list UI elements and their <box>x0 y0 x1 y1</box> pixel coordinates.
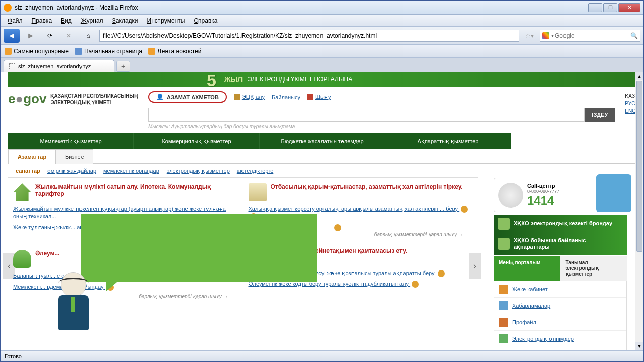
tab-citizens[interactable]: Азаматтар <box>8 149 56 164</box>
subtab-eservices[interactable]: электрондық қызметтер <box>167 168 230 174</box>
subtab-categories[interactable]: санаттар <box>16 168 40 174</box>
subtabs: санаттар өмірлік жағдайлар мемлекеттік о… <box>8 164 478 178</box>
banner-text: ЭЛЕКТРОНДЫ ҮКІМЕТ ПОРТАЛЫНА <box>248 76 352 83</box>
egov-banner: 5 ЖЫЛ ЭЛЕКТРОНДЫ ҮКІМЕТ ПОРТАЛЫНА <box>8 72 636 87</box>
page-icon <box>75 48 82 55</box>
audience-tabs: Азаматтар Бизнес <box>8 149 636 164</box>
menu-bookmarks[interactable]: Закладки <box>108 16 142 26</box>
card-title: Отбасылық қарым-қатынастар, азаматтық ха… <box>271 183 463 190</box>
menu-edit[interactable]: Правка <box>28 16 56 26</box>
user-icon: 👤 <box>156 94 164 100</box>
people-icon <box>13 250 31 268</box>
card-title: Жылжымайтын мүлікті сатып алу. Ипотека. … <box>35 183 233 197</box>
logo-mark: e●gov <box>8 91 46 107</box>
view-all-link[interactable]: барлық қызметтерді қарап шығу → <box>13 294 233 299</box>
stop-button[interactable]: ✕ <box>61 29 77 43</box>
rss-icon <box>148 48 155 55</box>
link-eds[interactable]: ЭЦҚ алу <box>234 94 265 100</box>
logo-subtitle: ҚАЗАҚСТАН РЕСПУБЛИКАСЫНЫҢ ЭЛЕКТРОНДЫҚ ҮК… <box>50 93 138 106</box>
badge-icon <box>461 206 468 213</box>
scroll-up-button[interactable]: ▲ <box>635 72 643 80</box>
search-row: ІЗДЕУ <box>148 108 615 122</box>
search-hint: Мысалы: Ауыртпалықтардың бар болуы турал… <box>148 124 615 129</box>
subtab-gov[interactable]: мемлекеттік органдар <box>103 168 159 174</box>
back-button[interactable]: ◄ <box>4 29 20 43</box>
minimize-button[interactable]: — <box>588 3 602 12</box>
banner-five-logo: 5 <box>207 72 227 96</box>
tab-business[interactable]: Бизнес <box>56 149 93 164</box>
headset-icon <box>58 278 89 288</box>
nav-payments[interactable]: Бюджетке жасалатын төлемдер <box>260 133 385 149</box>
sidebar-item-history[interactable]: Қызметтер алу тарихы <box>494 347 626 350</box>
lang-rus[interactable]: РУС <box>625 101 636 106</box>
callcenter-widget[interactable]: Call-центр 8-800-080-7777 1414 <box>494 178 627 212</box>
assistant-avatar <box>51 272 96 337</box>
search-go-icon[interactable]: 🔍 <box>630 32 638 39</box>
browser-window: siz_zhuyemen_avtorlandynyz - Mozilla Fir… <box>0 0 644 362</box>
folder-icon <box>5 48 12 55</box>
contact-icon <box>498 238 510 250</box>
lang-eng[interactable]: ENG <box>625 108 636 114</box>
sidebar-item-profile[interactable]: Профайл <box>494 314 626 331</box>
sidebar-item-requests[interactable]: Электрондық өтінімдер <box>494 331 626 347</box>
link-logout[interactable]: Шығу <box>307 94 331 100</box>
tie-icon <box>71 297 75 312</box>
link-contact[interactable]: Байланысу <box>272 94 300 100</box>
vertical-scrollbar[interactable]: ▲ ▼ <box>635 72 643 350</box>
search-box: ▾ 🔍 <box>540 30 640 42</box>
nav-toolbar: ◄ ► ⟳ ✕ ⌂ ☆▾ ▾ 🔍 <box>1 27 643 45</box>
sidebar-item-cabinet[interactable]: Жеке кабинет <box>494 281 626 298</box>
menu-tools[interactable]: Инструменты <box>143 16 189 26</box>
side-banner-queue[interactable]: ХҚКО электрондық кезекті брондау <box>494 215 627 232</box>
side-tab-myportal[interactable]: Менің порталым <box>494 256 560 281</box>
status-text: Готово <box>5 353 22 359</box>
nav-commercial[interactable]: Коммерциялық қызметтер <box>134 133 260 149</box>
subtab-life[interactable]: өмірлік жағдайлар <box>47 168 96 174</box>
menu-view[interactable]: Вид <box>57 16 76 26</box>
assistant-body <box>58 295 89 330</box>
bookmark-home[interactable]: Начальная страница <box>75 48 142 55</box>
house-icon <box>13 183 31 201</box>
sidebar-item-messages[interactable]: Хабарламалар <box>494 298 626 314</box>
close-button[interactable]: ✕ <box>618 3 640 12</box>
tab-bar: siz_zhuyemen_avtorlandynyz + <box>1 58 643 72</box>
bookmarks-bar: Самые популярные Начальная страница Лент… <box>1 45 643 58</box>
side-list: Жеке кабинет Хабарламалар Профайл Электр… <box>494 281 627 350</box>
sidebar: Call-центр 8-800-080-7777 1414 ХҚКО элек… <box>494 178 627 350</box>
new-tab-button[interactable]: + <box>116 61 130 72</box>
doc-plus-icon <box>499 334 508 343</box>
menu-help[interactable]: Справка <box>190 16 221 26</box>
tab-label: siz_zhuyemen_avtorlandynyz <box>18 63 91 69</box>
reload-button[interactable]: ⟳ <box>42 29 58 43</box>
subtab-foreign[interactable]: шетелдіктерге <box>237 168 274 174</box>
nav-info[interactable]: Ақпараттық қызметтер <box>385 133 511 149</box>
scroll-thumb[interactable] <box>636 81 642 252</box>
url-input[interactable] <box>99 30 519 42</box>
home-button[interactable]: ⌂ <box>80 29 96 43</box>
service-link[interactable]: Мемлекетт... рдемақы тағайындау <box>13 283 233 291</box>
window-title: siz_zhuyemen_avtorlandynyz - Mozilla Fir… <box>15 4 588 11</box>
page-content: 5 ЖЫЛ ЭЛЕКТРОНДЫ ҮКІМЕТ ПОРТАЛЫНА e●gov … <box>1 72 643 350</box>
bookmark-news[interactable]: Лента новостей <box>148 48 202 55</box>
bookmark-popular[interactable]: Самые популярные <box>5 48 69 55</box>
menu-file[interactable]: Файл <box>4 16 27 26</box>
badge-icon <box>438 270 445 277</box>
nav-state-services[interactable]: Мемлекеттік қызметтер <box>8 133 134 149</box>
lang-kaz[interactable]: ҚАЗ <box>625 93 636 99</box>
window-controls: — ☐ ✕ <box>588 3 640 12</box>
side-tab-popular[interactable]: Танымал электрондық қызметтер <box>560 256 627 281</box>
maximize-button[interactable]: ☐ <box>603 3 617 12</box>
egov-logo[interactable]: e●gov ҚАЗАҚСТАН РЕСПУБЛИКАСЫНЫҢ ЭЛЕКТРОН… <box>8 91 138 107</box>
scroll-down-button[interactable]: ▼ <box>635 342 643 350</box>
scroll-icon <box>249 183 267 201</box>
menu-history[interactable]: Журнал <box>77 16 107 26</box>
search-input[interactable] <box>555 32 630 39</box>
firefox-icon <box>4 4 12 12</box>
portal-search-input[interactable] <box>148 108 585 122</box>
side-banner-contact[interactable]: ХҚКО бойынша байланыс ақпараттары <box>494 232 627 255</box>
bookmark-star-icon[interactable]: ☆▾ <box>525 32 534 39</box>
page-viewport: 5 ЖЫЛ ЭЛЕКТРОНДЫ ҮКІМЕТ ПОРТАЛЫНА e●gov … <box>1 72 643 350</box>
tab-active[interactable]: siz_zhuyemen_avtorlandynyz <box>4 60 114 72</box>
forward-button[interactable]: ► <box>23 29 39 43</box>
portal-search-button[interactable]: ІЗДЕУ <box>585 108 615 122</box>
